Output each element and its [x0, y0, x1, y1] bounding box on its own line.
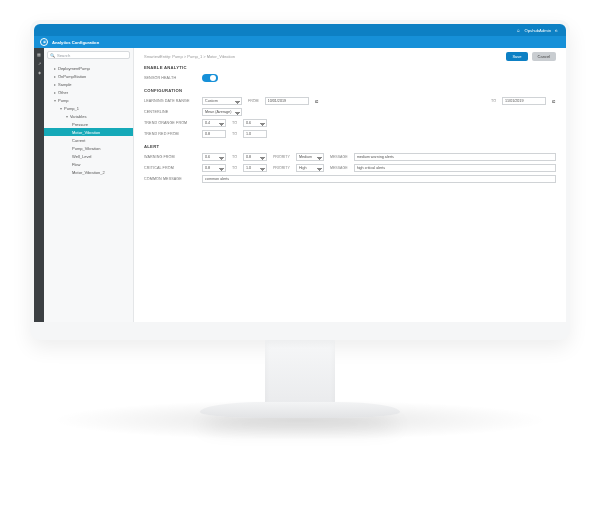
tree-node-motor-vibration[interactable]: Motor_Vibration — [44, 128, 133, 136]
label-priority-warning: PRIORITY — [273, 155, 290, 159]
nav-icon-tag[interactable]: ◈ — [36, 69, 42, 75]
calendar-from-icon[interactable]: 🗓 — [315, 99, 319, 104]
label-warning: WARNING FROM — [144, 155, 196, 159]
tree-node-pressure[interactable]: Pressure — [44, 120, 133, 128]
page-title: Analytics Configuration — [52, 40, 99, 45]
tree-node-sample[interactable]: Sample — [44, 80, 133, 88]
label-priority-critical: PRIORITY — [273, 166, 290, 170]
input-date-to[interactable] — [502, 97, 546, 105]
label-from: FROM — [248, 99, 259, 103]
input-critical-to[interactable]: 1.0 — [243, 164, 267, 172]
tree-node-motor-vibration-2[interactable]: Motor_Vibration_2 — [44, 168, 133, 176]
label-sensor-health: SENSOR HEALTH — [144, 76, 196, 80]
section-configuration: CONFIGURATION — [144, 88, 556, 93]
input-warning-message[interactable] — [354, 153, 556, 161]
breadcrumb: SmartestEntity: Pump > Pump_1 > Motor_Vi… — [144, 54, 556, 59]
section-alert: ALERT — [144, 144, 556, 149]
main-panel: Save Cancel SmartestEntity: Pump > Pump_… — [134, 48, 566, 322]
section-enable-analytic: ENABLE ANALYTIC — [144, 65, 556, 70]
save-button[interactable]: Save — [506, 52, 527, 61]
user-icon: ☺ — [516, 28, 520, 33]
tree-node-pump1[interactable]: Pump_1 — [44, 104, 133, 112]
select-critical-priority[interactable]: High — [296, 164, 324, 172]
search-input[interactable]: 🔍 Search — [47, 51, 130, 59]
label-to-critical: To — [232, 166, 237, 170]
tree-node-current[interactable]: Current — [44, 136, 133, 144]
nav-rail: ▦ ↗ ◈ — [34, 48, 44, 322]
nav-icon-expand[interactable]: ↗ — [36, 60, 42, 66]
input-trend-orange-from[interactable]: 0.4 — [202, 119, 226, 127]
label-centerline: CENTERLINE — [144, 110, 196, 114]
label-trend-orange: TREND ORANGE FROM — [144, 121, 196, 125]
tree-node-pump[interactable]: Pump — [44, 96, 133, 104]
select-centerline[interactable]: Mean (Average) — [202, 108, 242, 116]
label-trend-red: TREND RED FROM — [144, 132, 196, 136]
input-common-message[interactable] — [202, 175, 556, 183]
search-placeholder: Search — [57, 53, 70, 58]
tree-node-flow[interactable]: Flow — [44, 160, 133, 168]
tree-node-pump-vibration[interactable]: Pump_Vibration — [44, 144, 133, 152]
label-message-warning: MESSAGE — [330, 155, 348, 159]
input-warning-from[interactable]: 0.6 — [202, 153, 226, 161]
input-trend-orange-to[interactable]: 0.6 — [243, 119, 267, 127]
search-icon: 🔍 — [50, 53, 55, 58]
label-to-warning: To — [232, 155, 237, 159]
sidebar: 🔍 Search DeploymentPump OnPumpStation Sa… — [44, 48, 134, 322]
user-label[interactable]: OpshubAdmin — [524, 28, 551, 33]
label-message-critical: MESSAGE — [330, 166, 348, 170]
input-date-from[interactable] — [265, 97, 309, 105]
label-learning-range: LEARNING DATE RANGE — [144, 99, 196, 103]
calendar-to-icon[interactable]: 🗓 — [552, 99, 556, 104]
input-trend-red-from[interactable] — [202, 130, 226, 138]
logout-icon[interactable]: ⎋ — [555, 28, 558, 33]
brand-logo: ㎇ — [40, 38, 48, 46]
label-to-date: TO — [491, 99, 496, 103]
select-learning-range-type[interactable]: Custom — [202, 97, 242, 105]
label-to-orange: To — [232, 121, 237, 125]
cancel-button[interactable]: Cancel — [532, 52, 556, 61]
input-trend-red-to[interactable] — [243, 130, 267, 138]
nav-icon-grid[interactable]: ▦ — [36, 51, 42, 57]
label-critical: CRITICAL FROM — [144, 166, 196, 170]
tree-node-onpumpstation[interactable]: OnPumpStation — [44, 72, 133, 80]
input-critical-message[interactable] — [354, 164, 556, 172]
input-critical-from[interactable]: 0.8 — [202, 164, 226, 172]
toggle-sensor-health[interactable] — [202, 74, 218, 82]
tree-node-variables[interactable]: Variables — [44, 112, 133, 120]
tree-node-well-level[interactable]: Well_Level — [44, 152, 133, 160]
tree-node-other[interactable]: Other — [44, 88, 133, 96]
label-common-message: COMMON MESSAGE — [144, 177, 196, 181]
label-to-red: To — [232, 132, 237, 136]
input-warning-to[interactable]: 0.8 — [243, 153, 267, 161]
select-warning-priority[interactable]: Medium — [296, 153, 324, 161]
tree-node-deploymentpump[interactable]: DeploymentPump — [44, 64, 133, 72]
